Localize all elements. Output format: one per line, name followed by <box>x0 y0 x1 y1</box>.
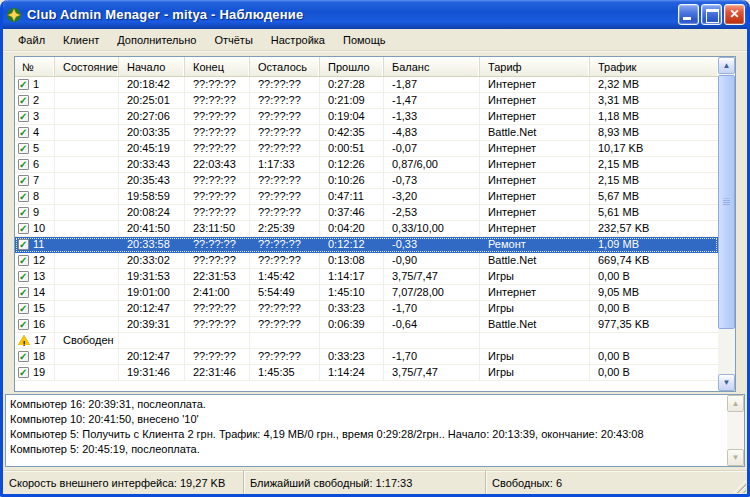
scroll-up-icon[interactable]: ▲ <box>727 395 744 412</box>
table-row[interactable]: 7 20:35:43 ??:??:?? ??:??:?? 0:10:26 -0,… <box>15 173 718 189</box>
cell-elapsed <box>320 333 384 349</box>
sessions-table: № Состояние Начало Конец Осталось Прошло… <box>14 56 736 392</box>
titlebar[interactable]: Club Admin Menager - mitya - Наблюдение <box>0 0 750 29</box>
table-row[interactable]: 8 19:58:59 ??:??:?? ??:??:?? 0:47:11 -3,… <box>15 189 718 205</box>
cell-tariff: Интернет <box>480 189 590 205</box>
log-line: Компьютер 5: 20:45:19, послеоплата. <box>10 442 723 457</box>
cell-state <box>55 109 119 125</box>
checkbox-checked-icon <box>18 159 29 170</box>
cell-end: ??:??:?? <box>185 125 250 141</box>
table-scrollbar[interactable]: ▲ ▼ <box>718 57 735 391</box>
cell-traffic: 8,93 MB <box>590 125 718 141</box>
column-header-state[interactable]: Состояние <box>55 57 119 76</box>
column-header-traffic[interactable]: Трафик <box>590 57 718 76</box>
menu-item-reports[interactable]: Отчёты <box>205 31 261 49</box>
log-line: Компьютер 10: 20:41:50, внесено '10' <box>10 412 723 427</box>
cell-remaining: ??:??:?? <box>250 189 320 205</box>
table-row[interactable]: 18 20:12:47 ??:??:?? ??:??:?? 0:33:23 -1… <box>15 349 718 365</box>
table-row[interactable]: 16 20:39:31 ??:??:?? ??:??:?? 0:06:39 -0… <box>15 317 718 333</box>
cell-remaining: 1:45:42 <box>250 269 320 285</box>
log-panel: Компьютер 16: 20:39:31, послеоплата. Ком… <box>5 394 745 467</box>
cell-traffic: 0,00 B <box>590 349 718 365</box>
table-row[interactable]: 10 20:41:50 23:11:50 2:25:39 0:04:20 0,3… <box>15 221 718 237</box>
cell-balance: 3,75/7,47 <box>384 269 480 285</box>
table-row[interactable]: 2 20:25:01 ??:??:?? ??:??:?? 0:21:09 -1,… <box>15 93 718 109</box>
cell-traffic: 5,61 MB <box>590 205 718 221</box>
table-row[interactable]: 14 19:01:00 2:41:00 5:54:49 1:45:10 7,07… <box>15 285 718 301</box>
menu-item-extra[interactable]: Дополнительно <box>108 31 205 49</box>
table-row[interactable]: 6 20:33:43 22:03:43 1:17:33 0:12:26 0,87… <box>15 157 718 173</box>
close-button[interactable] <box>724 4 745 25</box>
column-header-tariff[interactable]: Тариф <box>480 57 590 76</box>
column-header-remaining[interactable]: Осталось <box>250 57 320 76</box>
row-number: 15 <box>33 301 45 316</box>
cell-remaining: 5:54:49 <box>250 285 320 301</box>
scroll-down-icon[interactable]: ▼ <box>718 374 735 391</box>
cell-tariff: Battle.Net <box>480 253 590 269</box>
table-row[interactable]: 11 20:33:58 ??:??:?? ??:??:?? 0:12:12 -0… <box>15 237 718 253</box>
cell-elapsed: 0:00:51 <box>320 141 384 157</box>
table-row[interactable]: 1 20:18:42 ??:??:?? ??:??:?? 0:27:28 -1,… <box>15 77 718 93</box>
table-row[interactable]: 17 Свободен <box>15 333 718 349</box>
status-free-count: Свободных: 6 <box>486 471 747 494</box>
cell-tariff: Интернет <box>480 141 590 157</box>
cell-state <box>55 157 119 173</box>
table-row[interactable]: 12 20:33:02 ??:??:?? ??:??:?? 0:13:08 -0… <box>15 253 718 269</box>
cell-state <box>55 221 119 237</box>
cell-tariff: Интернет <box>480 109 590 125</box>
menu-item-help[interactable]: Помощь <box>334 31 395 49</box>
table-row[interactable]: 3 20:27:06 ??:??:?? ??:??:?? 0:19:04 -1,… <box>15 109 718 125</box>
column-header-number[interactable]: № <box>15 57 55 76</box>
cell-start: 20:12:47 <box>119 301 185 317</box>
row-number: 19 <box>33 365 45 380</box>
cell-balance: -1,70 <box>384 349 480 365</box>
minimize-button[interactable] <box>678 4 699 25</box>
cell-remaining: ??:??:?? <box>250 93 320 109</box>
cell-end: ??:??:?? <box>185 77 250 93</box>
column-header-elapsed[interactable]: Прошло <box>320 57 384 76</box>
status-next-free: Ближайший свободный: 1:17:33 <box>244 471 486 494</box>
cell-tariff: Игры <box>480 365 590 381</box>
row-number: 4 <box>33 125 39 140</box>
log-scrollbar[interactable]: ▲ ▼ <box>727 395 744 466</box>
cell-balance: -0,33 <box>384 237 480 253</box>
cell-elapsed: 0:33:23 <box>320 349 384 365</box>
cell-traffic: 2,15 MB <box>590 173 718 189</box>
cell-remaining: ??:??:?? <box>250 173 320 189</box>
menu-item-file[interactable]: Файл <box>9 31 54 49</box>
menu-item-client[interactable]: Клиент <box>54 31 108 49</box>
cell-tariff: Battle.Net <box>480 317 590 333</box>
table-row[interactable]: 9 20:08:24 ??:??:?? ??:??:?? 0:37:46 -2,… <box>15 205 718 221</box>
menu-item-settings[interactable]: Настройка <box>262 31 334 49</box>
cell-start: 20:25:01 <box>119 93 185 109</box>
scroll-down-icon[interactable]: ▼ <box>727 449 744 466</box>
column-header-end[interactable]: Конец <box>185 57 250 76</box>
column-header-balance[interactable]: Баланс <box>384 57 480 76</box>
log-line: Компьютер 16: 20:39:31, послеоплата. <box>10 397 723 412</box>
table-row[interactable]: 19 19:31:46 22:31:46 1:45:35 1:14:24 3,7… <box>15 365 718 381</box>
cell-end: 2:41:00 <box>185 285 250 301</box>
app-icon <box>6 7 22 23</box>
table-row[interactable]: 5 20:45:19 ??:??:?? ??:??:?? 0:00:51 -0,… <box>15 141 718 157</box>
scrollbar-thumb[interactable] <box>718 75 735 329</box>
cell-traffic: 1,18 MB <box>590 109 718 125</box>
table-row[interactable]: 13 19:31:53 22:31:53 1:45:42 1:14:17 3,7… <box>15 269 718 285</box>
cell-start: 20:39:31 <box>119 317 185 333</box>
cell-state <box>55 189 119 205</box>
cell-start: 20:33:58 <box>119 237 185 253</box>
cell-balance: 0,33/10,00 <box>384 221 480 237</box>
cell-remaining: ??:??:?? <box>250 301 320 317</box>
cell-end: ??:??:?? <box>185 237 250 253</box>
cell-elapsed: 0:04:20 <box>320 221 384 237</box>
column-header-start[interactable]: Начало <box>119 57 185 76</box>
table-row[interactable]: 15 20:12:47 ??:??:?? ??:??:?? 0:33:23 -1… <box>15 301 718 317</box>
cell-traffic <box>590 333 718 349</box>
cell-end: ??:??:?? <box>185 189 250 205</box>
checkbox-checked-icon <box>18 287 29 298</box>
cell-state <box>55 205 119 221</box>
cell-tariff: Интернет <box>480 205 590 221</box>
maximize-button[interactable] <box>701 4 722 25</box>
table-row[interactable]: 4 20:03:35 ??:??:?? ??:??:?? 0:42:35 -4,… <box>15 125 718 141</box>
scroll-up-icon[interactable]: ▲ <box>718 57 735 74</box>
cell-balance: -0,90 <box>384 253 480 269</box>
